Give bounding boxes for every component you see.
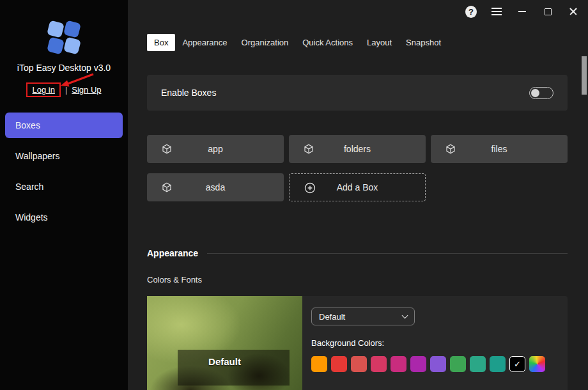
color-swatch-teal[interactable] (490, 356, 506, 372)
box-item-label: folders (344, 144, 371, 154)
box-item-label: app (208, 144, 222, 154)
sidebar-item-label: Search (15, 182, 43, 192)
box-item-label: asda (206, 182, 225, 192)
sidebar-item-label: Widgets (15, 212, 48, 222)
maximize-button[interactable] (542, 6, 553, 17)
enable-boxes-label: Enable Boxes (161, 88, 216, 98)
background-color-swatches: ✓ (311, 356, 545, 372)
box-item-asda[interactable]: asda (147, 173, 284, 201)
preview-caption-band (178, 350, 290, 386)
add-box-button[interactable]: Add a Box (289, 173, 426, 201)
color-swatch-rainbow[interactable] (529, 356, 545, 372)
maximize-icon (545, 8, 552, 15)
color-swatch-violet[interactable] (430, 356, 446, 372)
settings-tabs: BoxAppearanceOrganizationQuick ActionsLa… (147, 34, 448, 51)
background-colors-label: Background Colors: (311, 338, 384, 348)
annotation-arrow-icon (56, 72, 96, 90)
section-title: Appearance (147, 248, 198, 258)
tab-layout[interactable]: Layout (360, 34, 399, 51)
tab-appearance[interactable]: Appearance (175, 34, 234, 51)
titlebar-controls: ? (465, 0, 588, 23)
theme-preview-image[interactable]: Default (147, 296, 302, 390)
tab-quick-actions[interactable]: Quick Actions (295, 34, 360, 51)
help-icon: ? (465, 6, 477, 18)
sidebar-item-widgets[interactable]: Widgets (5, 205, 123, 230)
app-logo-icon (49, 22, 80, 53)
color-swatch-black[interactable]: ✓ (509, 356, 525, 372)
logo-square (63, 20, 81, 38)
box-cube-icon (161, 143, 173, 155)
menu-button[interactable] (491, 6, 502, 17)
box-item-folders[interactable]: folders (289, 135, 426, 163)
sidebar-item-search[interactable]: Search (5, 174, 123, 199)
close-button[interactable] (568, 6, 579, 17)
scrollbar-thumb[interactable] (582, 56, 587, 95)
box-cube-icon (303, 143, 314, 155)
color-swatch-green[interactable] (450, 356, 466, 372)
color-swatch-pink[interactable] (391, 356, 406, 372)
logo-square (63, 37, 81, 55)
check-icon: ✓ (514, 359, 521, 369)
colors-fonts-label: Colors & Fonts (147, 275, 202, 285)
section-divider (207, 253, 568, 254)
sidebar-item-boxes[interactable]: Boxes (5, 113, 123, 138)
add-box-label: Add a Box (337, 182, 378, 192)
sidebar-item-label: Wallpapers (15, 151, 60, 161)
theme-select-dropdown[interactable]: Default (311, 308, 415, 325)
sidebar-nav: BoxesWallpapersSearchWidgets (5, 113, 123, 235)
minimize-icon (518, 11, 526, 12)
colors-fonts-card: Default Default Background Colors: ✓ (147, 296, 568, 390)
app-window: iTop Easy Desktop v3.0 Log in | Sign Up … (0, 0, 588, 390)
close-icon (569, 7, 578, 16)
box-cube-icon (161, 182, 173, 193)
box-item-app[interactable]: app (147, 135, 284, 163)
box-item-files[interactable]: files (431, 135, 568, 163)
tab-box[interactable]: Box (147, 34, 175, 51)
preview-caption: Default (147, 356, 302, 367)
toggle-knob (531, 89, 539, 97)
color-swatch-orange[interactable] (311, 356, 327, 372)
sidebar-item-label: Boxes (15, 120, 40, 130)
minimize-button[interactable] (516, 6, 528, 17)
logo-square (47, 37, 65, 55)
tab-snapshot[interactable]: Snapshot (399, 34, 448, 51)
box-item-label: files (491, 144, 507, 154)
help-button[interactable]: ? (465, 6, 477, 17)
theme-select-value: Default (319, 312, 345, 322)
color-swatch-soft-red[interactable] (351, 356, 367, 372)
color-swatch-magenta[interactable] (410, 356, 426, 372)
appearance-section-header: Appearance (147, 248, 568, 258)
boxes-grid: appfoldersfilesasda Add a Box (147, 135, 568, 201)
chevron-down-icon (402, 313, 408, 319)
plus-circle-icon (304, 182, 316, 194)
tab-organization[interactable]: Organization (235, 34, 296, 51)
enable-boxes-toggle[interactable] (529, 87, 553, 99)
enable-boxes-card: Enable Boxes (147, 75, 568, 111)
hamburger-icon (491, 8, 502, 15)
sidebar: iTop Easy Desktop v3.0 Log in | Sign Up … (0, 0, 128, 390)
login-annotation-box: Log in (26, 82, 60, 97)
logo-square (47, 20, 65, 38)
color-swatch-crimson[interactable] (371, 356, 387, 372)
box-cube-icon (445, 143, 456, 155)
sidebar-item-wallpapers[interactable]: Wallpapers (5, 143, 123, 169)
color-swatch-emerald[interactable] (470, 356, 486, 372)
color-swatch-red[interactable] (331, 356, 347, 372)
scrollbar (580, 29, 588, 390)
main-panel: ? BoxAppearanceOrganizationQuick Actions… (128, 0, 588, 390)
login-link[interactable]: Log in (32, 85, 54, 95)
